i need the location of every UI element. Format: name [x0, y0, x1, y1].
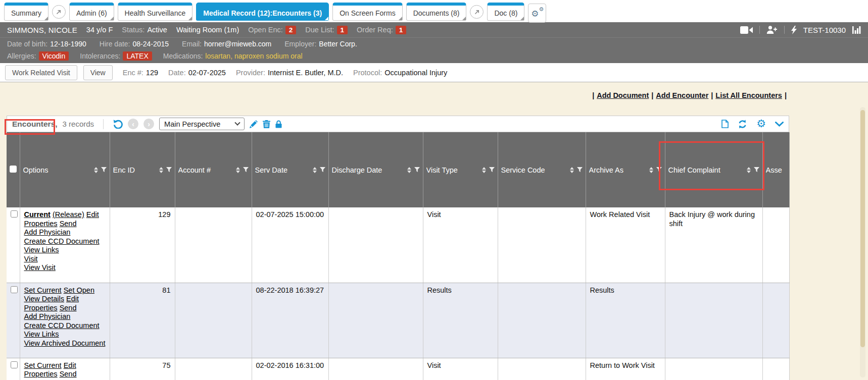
tab-admin-6[interactable]: Admin (6) — [69, 3, 114, 21]
column-label: Chief Complaint — [668, 166, 744, 174]
sort-icon[interactable] — [649, 167, 653, 173]
option-link-set-current[interactable]: Set Current — [24, 361, 62, 369]
vertical-scrollbar[interactable] — [860, 107, 865, 377]
option-link-edit[interactable]: Edit — [86, 210, 99, 219]
option-link-view-links[interactable]: View Links — [24, 246, 59, 254]
link-add-document[interactable]: Add Document — [597, 91, 649, 99]
view-button[interactable]: View — [83, 65, 113, 80]
option-link-visit[interactable]: Visit — [24, 255, 38, 263]
option-link-create-ccd-document[interactable]: Create CCD Document — [24, 237, 100, 245]
delete-trash-icon[interactable] — [263, 120, 270, 128]
collapse-chevron-icon[interactable] — [775, 122, 784, 127]
sort-icon[interactable] — [482, 167, 486, 173]
sort-icon[interactable] — [159, 167, 163, 173]
option-link-view-links[interactable]: View Links — [24, 330, 59, 338]
refresh-icon[interactable] — [738, 120, 747, 129]
tab-doc-8[interactable]: Doc (8) — [487, 3, 524, 21]
option-link-add-physician[interactable]: Add Physician — [24, 312, 71, 320]
bar-chart-icon[interactable] — [852, 26, 861, 34]
row-checkbox[interactable] — [11, 210, 18, 218]
open-enc-badge[interactable]: 2 — [285, 26, 297, 34]
settings-gear-icon[interactable]: ⚙ — [756, 119, 766, 129]
lock-icon[interactable] — [275, 120, 282, 128]
filter-funnel-icon[interactable] — [754, 167, 759, 173]
sort-icon[interactable] — [570, 167, 574, 173]
undo-icon[interactable] — [113, 119, 123, 129]
row-checkbox[interactable] — [11, 286, 18, 293]
link-list-all-encounters[interactable]: List All Encounters — [715, 91, 782, 99]
option-link-properties[interactable]: Properties — [24, 304, 58, 312]
add-user-icon[interactable] — [766, 26, 778, 34]
option-link-add-physician[interactable]: Add Physician — [24, 228, 71, 236]
work-related-visit-button[interactable]: Work Related Visit — [5, 65, 77, 80]
tab-health-surveillance[interactable]: Health Surveillance — [118, 3, 193, 21]
option-link-release[interactable]: (Release) — [53, 210, 84, 219]
link-add-encounter[interactable]: Add Encounter — [656, 91, 708, 99]
video-camera-icon[interactable] — [740, 26, 753, 34]
lightning-bolt-icon[interactable] — [791, 26, 797, 34]
tab-on-screen-forms[interactable]: On Screen Forms — [332, 3, 402, 21]
filter-funnel-icon[interactable] — [320, 167, 325, 173]
option-link-create-ccd-document[interactable]: Create CCD Document — [24, 321, 100, 330]
perspective-select[interactable]: Main Perspective — [159, 118, 245, 130]
status-label: Status: — [122, 26, 144, 34]
select-all-checkbox[interactable] — [10, 166, 17, 173]
sort-icon[interactable] — [313, 167, 317, 173]
edit-pencil-icon[interactable] — [250, 120, 258, 128]
option-link-edit[interactable]: Edit — [64, 361, 76, 369]
filter-funnel-icon[interactable] — [414, 167, 420, 173]
option-link-properties[interactable]: Properties — [24, 220, 58, 228]
options-cell: Set Current Edit Properties Send Add Phy… — [20, 358, 110, 380]
filter-funnel-icon[interactable] — [101, 167, 107, 173]
next-page-icon[interactable]: › — [143, 119, 154, 129]
option-link-view-visit[interactable]: View Visit — [24, 263, 56, 272]
option-link-send[interactable]: Send — [60, 220, 77, 228]
option-link-view-details[interactable]: View Details — [24, 295, 65, 303]
order-req-label: Order Req: — [357, 26, 393, 34]
column-header-chief-complaint: Chief Complaint — [665, 132, 762, 207]
option-link-edit[interactable]: Edit — [66, 295, 79, 303]
enc-number-group: Enc #: 129 — [123, 69, 158, 77]
intolerance-badge[interactable]: LATEX — [123, 51, 152, 61]
sort-icon[interactable] — [94, 167, 98, 173]
tab-medical-record-12-encounters-3[interactable]: Medical Record (12):Encounters (3) — [196, 3, 329, 21]
filter-funnel-icon[interactable] — [577, 167, 583, 173]
due-list-badge[interactable]: 1 — [337, 26, 348, 34]
cell-service-code — [498, 358, 586, 380]
option-link-send[interactable]: Send — [60, 304, 77, 312]
waiting-room: Waiting Room (1m) — [176, 26, 239, 34]
filter-funnel-icon[interactable] — [489, 167, 495, 173]
popout-icon[interactable] — [52, 5, 66, 19]
enc-date-value: 02-07-2025 — [188, 69, 226, 77]
filter-funnel-icon[interactable] — [166, 167, 172, 173]
filter-funnel-icon[interactable] — [656, 167, 662, 173]
allergy-badge[interactable]: Vicodin — [39, 51, 69, 61]
option-link-set-current[interactable]: Set Current — [24, 286, 62, 294]
popout-icon[interactable] — [470, 5, 484, 19]
medications-value[interactable]: losartan, naproxen sodium oral — [205, 52, 302, 60]
filter-funnel-icon[interactable] — [243, 167, 249, 173]
new-document-icon[interactable] — [721, 120, 729, 128]
row-checkbox[interactable] — [11, 361, 18, 368]
option-link-properties[interactable]: Properties — [24, 370, 58, 378]
prev-page-icon[interactable]: ‹ — [128, 119, 138, 129]
divider — [103, 119, 104, 129]
sort-icon[interactable] — [236, 167, 240, 173]
tab-documents-8[interactable]: Documents (8) — [406, 3, 467, 21]
sort-icon[interactable] — [407, 167, 411, 173]
option-link-set-open[interactable]: Set Open — [64, 286, 94, 294]
enc-number-value: 129 — [146, 69, 158, 77]
option-link-current[interactable]: Current — [24, 210, 51, 219]
row-select-cell — [7, 207, 20, 283]
option-link-send[interactable]: Send — [60, 370, 77, 378]
cell-service-code — [498, 207, 586, 283]
order-req-badge[interactable]: 1 — [396, 26, 407, 34]
option-link-view-archived-document[interactable]: View Archived Document — [24, 339, 106, 347]
column-label: Serv Date — [255, 166, 310, 174]
tab-bar: SummaryAdmin (6)Health SurveillanceMedic… — [0, 0, 868, 22]
settings-gears-icon[interactable]: ⚙⚙ — [528, 4, 546, 23]
scrollbar-thumb[interactable] — [860, 110, 865, 347]
sort-icon[interactable] — [747, 167, 751, 173]
patient-id: TEST-10030 — [803, 26, 846, 34]
tab-summary[interactable]: Summary — [4, 3, 49, 21]
